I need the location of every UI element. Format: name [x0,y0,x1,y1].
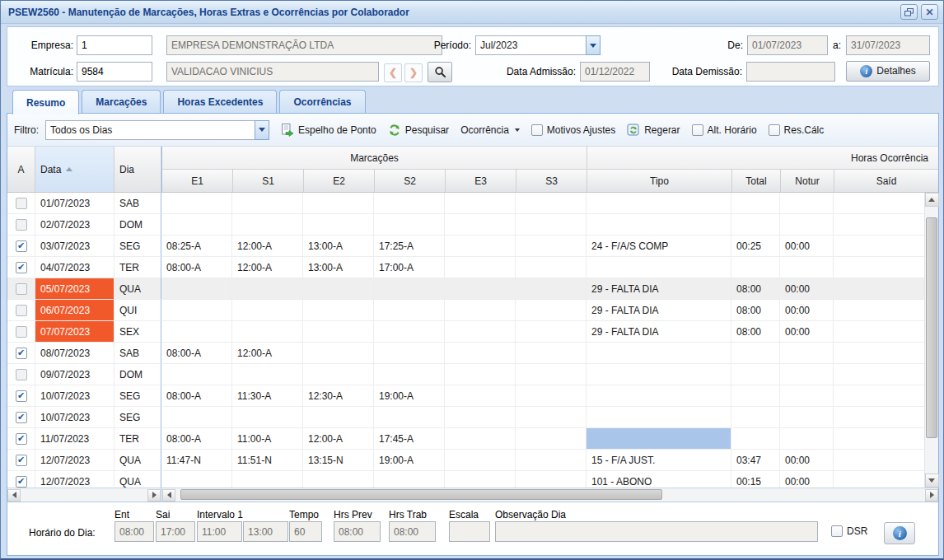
grid-cell-notur[interactable] [780,364,834,385]
horizontal-scrollbar-thumb[interactable] [180,489,662,500]
motivos-ajustes-checkbox[interactable]: Motivos Ajustes [531,124,615,136]
row-select-cell[interactable] [7,428,35,450]
column-header-tipo[interactable]: Tipo [587,170,732,192]
grid-cell-saida[interactable] [834,236,924,257]
grid-cell-e3[interactable] [445,450,516,471]
grid-cell-e1[interactable]: 08:00-A [161,428,232,450]
column-header-saida[interactable]: Saíd [834,170,938,192]
grid-cell-e2[interactable]: 12:30-A [303,385,374,407]
grid-cell-e1[interactable] [161,300,232,321]
grid-cell-total[interactable] [731,364,780,385]
column-header-e1[interactable]: E1 [162,170,233,192]
pesquisar-button[interactable]: Pesquisar [388,124,449,137]
grid-cell-s1[interactable]: 12:00-A [232,257,303,278]
grid-cell-data[interactable]: 01/07/2023 [35,193,114,214]
grid-cell-notur[interactable] [780,385,834,407]
grid-cell-e1[interactable] [161,278,232,300]
grid-cell-saida[interactable] [834,214,924,236]
checkbox-checked-icon[interactable] [16,240,27,252]
grid-cell-tipo[interactable] [586,407,731,428]
grid-cell-e2[interactable] [303,471,374,488]
table-row[interactable]: 06/07/2023QUI29 - FALTA DIA08:0000:00 [7,300,924,321]
grid-cell-e1[interactable]: 08:25-A [161,236,232,257]
grid-cell-notur[interactable]: 00:00 [780,471,834,488]
grid-cell-tipo[interactable]: 29 - FALTA DIA [586,300,731,321]
table-row[interactable]: 01/07/2023SAB [7,193,924,214]
checkbox-checked-icon[interactable] [16,476,27,488]
grid-cell-e3[interactable] [445,343,516,364]
grid-cell-e2[interactable] [303,343,374,364]
grid-cell-dia[interactable]: SEG [114,236,161,257]
table-row[interactable]: 10/07/2023SEG08:00-A11:30-A12:30-A19:00-… [7,385,924,407]
column-header-s3[interactable]: S3 [516,170,587,192]
grid-cell-s2[interactable] [374,343,445,364]
grid-cell-total[interactable] [731,385,780,407]
grid-cell-s1[interactable] [232,278,303,300]
grid-cell-total[interactable] [731,193,780,214]
grid-cell-tipo[interactable] [586,214,731,236]
grid-cell-saida[interactable] [834,428,924,450]
grid-cell-total[interactable]: 08:00 [731,300,780,321]
grid-cell-tipo[interactable]: 29 - FALTA DIA [586,278,731,300]
grid-cell-dia[interactable]: DOM [114,214,161,236]
grid-cell-e2[interactable]: 13:00-A [303,236,374,257]
grid-cell-dia[interactable]: SEG [114,407,161,428]
grid-cell-data[interactable]: 07/07/2023 [35,321,114,343]
table-row[interactable]: 12/07/2023QUA101 - ABONO00:1500:00 [7,471,924,488]
grid-cell-notur[interactable]: 00:00 [780,300,834,321]
column-header-e3[interactable]: E3 [446,170,516,192]
grid-cell-data[interactable]: 02/07/2023 [35,214,114,236]
grid-cell-e1[interactable]: 08:00-A [161,385,232,407]
grid-cell-s3[interactable] [516,428,586,450]
grid-cell-e2[interactable] [303,214,374,236]
grid-cell-e2[interactable]: 13:15-N [303,450,374,471]
grid-cell-total[interactable]: 00:15 [731,471,780,488]
grid-cell-tipo[interactable] [586,193,731,214]
grid-cell-tipo[interactable]: 101 - ABONO [586,471,731,488]
column-header-total[interactable]: Total [732,170,781,192]
grid-cell-e1[interactable] [161,193,232,214]
grid-cell-data[interactable]: 11/07/2023 [35,428,114,450]
grid-cell-e2[interactable] [303,364,374,385]
tab-resumo[interactable]: Resumo [12,90,79,114]
grid-cell-tipo[interactable] [586,364,731,385]
grid-cell-s2[interactable] [374,471,445,488]
column-header-e2[interactable]: E2 [304,170,375,192]
row-select-cell[interactable] [7,236,35,257]
grid-cell-tipo[interactable] [586,385,731,407]
ocorrencia-menu-button[interactable]: Ocorrência [460,124,520,136]
row-select-cell[interactable] [7,450,35,471]
table-row[interactable]: 05/07/2023QUA29 - FALTA DIA08:0000:00 [7,278,924,300]
vertical-scrollbar[interactable] [924,193,938,488]
grid-cell-notur[interactable] [780,428,834,450]
grid-cell-notur[interactable] [780,257,834,278]
grid-cell-s2[interactable]: 17:45-A [374,428,445,450]
grid-cell-s3[interactable] [516,278,586,300]
grid-cell-s1[interactable]: 11:30-A [232,385,303,407]
grid-cell-s1[interactable]: 12:00-A [232,236,303,257]
grid-cell-notur[interactable]: 00:00 [780,321,834,343]
checkbox-unchecked-icon[interactable] [16,283,27,295]
grid-cell-e1[interactable]: 08:00-A [161,343,232,364]
table-row[interactable]: 07/07/2023SEX29 - FALTA DIA08:0000:00 [7,321,924,343]
filtro-trigger-button[interactable] [255,120,269,140]
grid-cell-s1[interactable] [232,364,303,385]
table-row[interactable]: 03/07/2023SEG08:25-A12:00-A13:00-A17:25-… [7,236,924,257]
column-header-a[interactable]: A [7,147,35,192]
day-info-button[interactable]: i [884,522,915,544]
grid-cell-s1[interactable] [232,193,303,214]
grid-cell-s3[interactable] [516,193,586,214]
grid-cell-s2[interactable] [374,321,445,343]
grid-cell-e2[interactable] [303,321,374,343]
periodo-trigger-button[interactable] [586,35,601,55]
grid-cell-s1[interactable]: 12:00-A [232,343,303,364]
grid-cell-e3[interactable] [445,257,516,278]
grid-cell-e2[interactable] [303,278,374,300]
tab-horas-excedentes[interactable]: Horas Excedentes [163,90,277,113]
grid-cell-s3[interactable] [516,450,586,471]
table-row[interactable]: 04/07/2023TER08:00-A12:00-A13:00-A17:00-… [7,257,924,278]
checkbox-checked-icon[interactable] [16,433,27,445]
grid-cell-dia[interactable]: TER [114,428,161,450]
periodo-combo[interactable]: Jul/2023 [475,35,601,55]
grid-cell-saida[interactable] [834,193,924,214]
